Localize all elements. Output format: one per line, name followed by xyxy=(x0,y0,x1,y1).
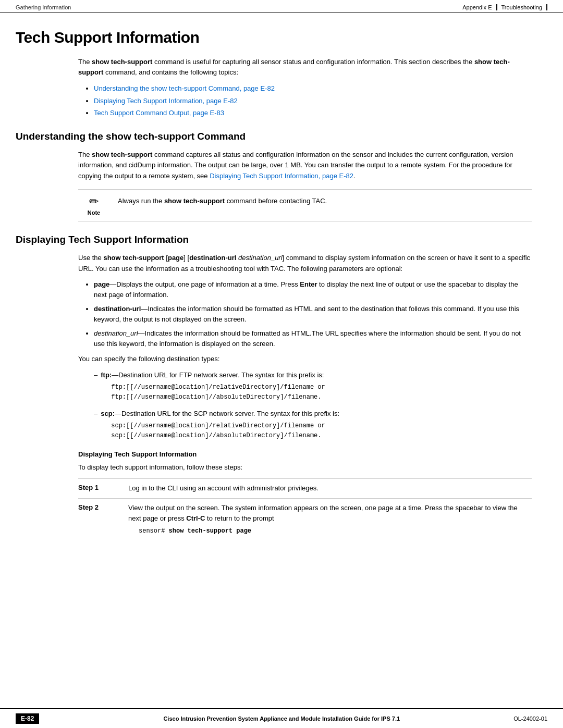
toc-link-1[interactable]: Understanding the show tech-support Comm… xyxy=(94,84,275,92)
note-pencil-icon: ✏ xyxy=(89,195,99,208)
intro-block: The show tech-support command is useful … xyxy=(78,57,532,118)
page-footer: E-82 Cisco Intrusion Prevention System A… xyxy=(0,708,563,728)
section2-body: Use the show tech-support [page] [destin… xyxy=(78,253,532,543)
dest-scp-label: scp: xyxy=(101,410,115,417)
param-dest-url-italic: destination_url—Indicates the informatio… xyxy=(94,328,532,349)
param-dest-url-italic-label: destination_url xyxy=(94,329,138,337)
step-2-code: sensor# show tech-support page xyxy=(139,526,532,536)
toc-item-3: Tech Support Command Output, page E-83 xyxy=(94,108,532,118)
step-1-row: Step 1 Log in to the CLI using an accoun… xyxy=(78,478,532,498)
page-badge: E-82 xyxy=(16,713,39,724)
param-dest-url: destination-url—Indicates the informatio… xyxy=(94,304,532,324)
dest-ftp: ftp:—Destination URL for FTP network ser… xyxy=(94,370,532,404)
section1-link[interactable]: Displaying Tech Support Information, pag… xyxy=(210,172,353,180)
toc-link-2[interactable]: Displaying Tech Support Information, pag… xyxy=(94,97,238,105)
step-1-content: Log in to the CLI using an account with … xyxy=(128,483,532,494)
toc-list: Understanding the show tech-support Comm… xyxy=(94,83,532,118)
header-right-area: Appendix E Troubleshooting xyxy=(462,4,547,10)
note-text: Always run the show tech-support command… xyxy=(118,195,327,206)
header-end-bar xyxy=(546,4,547,10)
step-2-code-bold: show tech-support page xyxy=(169,527,251,535)
params-list: page—Displays the output, one page of in… xyxy=(94,279,532,349)
section2-heading: Displaying Tech Support Information xyxy=(16,234,547,245)
section1-heading: Understanding the show tech-support Comm… xyxy=(16,131,547,142)
dest-scp-content: scp:—Destination URL for the SCP network… xyxy=(101,409,339,443)
s2-bold-cmd: show tech-support xyxy=(103,254,164,262)
step-2-ctrl-c: Ctrl-C xyxy=(186,514,205,522)
section1-paragraph: The show tech-support command captures a… xyxy=(78,150,532,182)
dest-ftp-content: ftp:—Destination URL for FTP network ser… xyxy=(101,370,325,404)
procedure-intro: To display tech support information, fol… xyxy=(78,462,532,473)
footer-center-text: Cisco Intrusion Prevention System Applia… xyxy=(50,715,513,722)
appendix-label: Appendix E xyxy=(462,4,492,10)
page-header: Gathering Information Appendix E Trouble… xyxy=(0,0,563,13)
footer-right-text: OL-24002-01 xyxy=(513,715,547,722)
dest-ftp-label: ftp: xyxy=(101,371,112,379)
header-separator xyxy=(496,4,497,10)
s2-bold-page: page xyxy=(168,254,183,262)
step-2-content: View the output on the screen. The syste… xyxy=(128,503,532,539)
dest-types-intro: You can specify the following destinatio… xyxy=(78,354,532,365)
param-page-label: page xyxy=(94,280,109,288)
toc-item-2: Displaying Tech Support Information, pag… xyxy=(94,96,532,106)
dest-types-list: ftp:—Destination URL for FTP network ser… xyxy=(94,370,532,443)
toc-item-1: Understanding the show tech-support Comm… xyxy=(94,83,532,94)
scp-code-1: scp:[[//username@location]/relativeDirec… xyxy=(111,422,325,429)
ftp-code-1: ftp:[[//username@location]/relativeDirec… xyxy=(111,384,325,391)
bold-show-tech-1: show tech-support xyxy=(92,58,152,66)
procedure-heading: Displaying Tech Support Information xyxy=(78,450,532,458)
ftp-code-block: ftp:[[//username@location]/relativeDirec… xyxy=(111,382,325,402)
main-content: Tech Support Information The show tech-s… xyxy=(0,13,563,574)
toc-link-3[interactable]: Tech Support Command Output, page E-83 xyxy=(94,109,224,117)
section2-intro: Use the show tech-support [page] [destin… xyxy=(78,253,532,275)
param-page: page—Displays the output, one page of in… xyxy=(94,279,532,300)
step-2-row: Step 2 View the output on the screen. Th… xyxy=(78,498,532,543)
note-bold-term: show tech-support xyxy=(164,197,225,205)
section-label: Troubleshooting xyxy=(501,4,542,10)
note-icon-area: ✏ Note xyxy=(78,195,109,216)
s2-italic-dest: destination_url xyxy=(238,254,283,262)
note-box: ✏ Note Always run the show tech-support … xyxy=(78,189,532,221)
s2-bold-dest-url: destination-url xyxy=(189,254,236,262)
step-2-label: Step 2 xyxy=(78,503,120,511)
bold-show-tech-3: show tech-support xyxy=(92,151,152,158)
steps-container: Step 1 Log in to the CLI using an accoun… xyxy=(78,478,532,543)
header-breadcrumb: Gathering Information xyxy=(16,4,71,10)
param-dest-url-label: destination-url xyxy=(94,305,141,313)
note-label: Note xyxy=(88,209,100,216)
ftp-code-2: ftp:[[//username@location]//absoluteDire… xyxy=(111,393,321,401)
param-enter-bold: Enter xyxy=(300,280,317,288)
dest-scp: scp:—Destination URL for the SCP network… xyxy=(94,409,532,443)
intro-paragraph: The show tech-support command is useful … xyxy=(78,57,532,77)
scp-code-block: scp:[[//username@location]/relativeDirec… xyxy=(111,421,339,441)
page-title: Tech Support Information xyxy=(16,29,547,46)
scp-code-2: scp:[[//username@location]//absoluteDire… xyxy=(111,432,321,439)
section1-body: The show tech-support command captures a… xyxy=(78,150,532,221)
step-1-label: Step 1 xyxy=(78,483,120,491)
